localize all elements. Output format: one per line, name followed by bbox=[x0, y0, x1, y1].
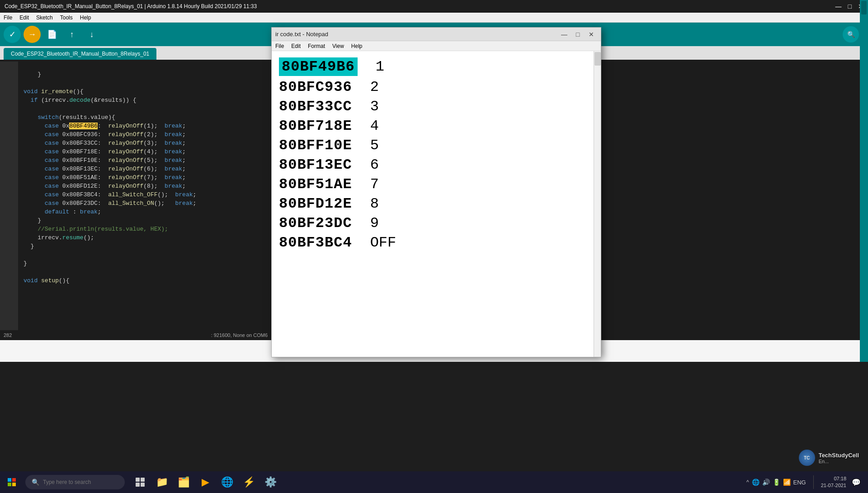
taskbar-apps: 📁 🗂️ ▶ 🌐 ⚡ ⚙️ bbox=[130, 472, 280, 492]
menu-tools[interactable]: Tools bbox=[60, 14, 73, 21]
taskbar-clock[interactable]: 07:18 21-07-2021 bbox=[821, 475, 846, 489]
clock-date: 21-07-2021 bbox=[821, 482, 846, 489]
notepad-title-bar: ir code.txt - Notepad — □ ✕ bbox=[272, 28, 601, 41]
ir-code-number: 1 bbox=[376, 58, 384, 75]
code-content: } void ir_remote(){ if (irrecv.decode(&r… bbox=[18, 62, 202, 338]
taskbar: 🔍 📁 🗂️ ▶ 🌐 ⚡ ⚙️ ^ 🌐 🔊 🔋 📶 ENG bbox=[0, 471, 868, 493]
tray-battery-icon: 🔋 bbox=[773, 479, 780, 486]
ir-code-line: 80BF51AE7 bbox=[279, 176, 585, 193]
taskbar-tray: ^ 🌐 🔊 🔋 📶 ENG 07:18 21-07-2021 💬 bbox=[741, 471, 868, 493]
ir-code-number: 2 bbox=[370, 79, 379, 95]
maximize-icon[interactable]: □ bbox=[848, 3, 852, 10]
ir-code-value: 80BF13EC bbox=[279, 156, 352, 173]
new-button[interactable]: 📄 bbox=[43, 26, 61, 43]
search-input[interactable] bbox=[43, 479, 115, 485]
notepad-content[interactable]: 80BF49B6180BFC936280BF33CC380BF718E480BF… bbox=[272, 51, 601, 357]
ir-code-value: 80BF49B6 bbox=[279, 57, 358, 76]
svg-rect-6 bbox=[136, 483, 140, 487]
verify-button[interactable]: ✓ bbox=[4, 26, 21, 43]
ir-code-value: 80BF33CC bbox=[279, 98, 352, 115]
tray-keyboard-icon: ENG bbox=[793, 479, 806, 486]
start-button[interactable] bbox=[0, 471, 24, 493]
arduino-menubar: File Edit Sketch Tools Help bbox=[0, 13, 868, 23]
ir-code-line: 80BF718E4 bbox=[279, 118, 585, 134]
ir-code-line: 80BF49B61 bbox=[279, 57, 585, 76]
ir-code-line: 80BFD12E8 bbox=[279, 195, 585, 212]
taskbar-search[interactable]: 🔍 bbox=[25, 475, 125, 489]
notepad-maximize-button[interactable]: □ bbox=[572, 29, 584, 39]
ir-code-line: 80BFC9362 bbox=[279, 79, 585, 95]
upload-button[interactable]: → bbox=[24, 26, 41, 43]
port-info: : 921600, None on COM6 bbox=[211, 332, 268, 338]
taskbar-app-browser[interactable]: 🌐 bbox=[217, 472, 237, 492]
open-button[interactable]: ↑ bbox=[63, 26, 80, 43]
ir-code-list: 80BF49B6180BFC936280BF33CC380BF718E480BF… bbox=[279, 57, 594, 251]
search-icon: 🔍 bbox=[32, 479, 39, 486]
taskbar-app-arduino[interactable]: ⚙️ bbox=[260, 472, 280, 492]
tray-audio-icon: 🔊 bbox=[762, 479, 770, 486]
ir-code-number: 8 bbox=[370, 195, 379, 212]
notepad-title: ir code.txt - Notepad bbox=[275, 31, 328, 38]
ir-code-line: 80BF3BC4OFF bbox=[279, 234, 585, 251]
ir-code-number: 3 bbox=[370, 98, 379, 115]
menu-sketch[interactable]: Sketch bbox=[36, 14, 53, 21]
notepad-scroll-thumb[interactable] bbox=[594, 52, 601, 66]
svg-rect-7 bbox=[141, 483, 145, 487]
serial-monitor-button[interactable]: 🔍 bbox=[843, 26, 859, 43]
notepad-close-button[interactable]: ✕ bbox=[585, 29, 597, 39]
tray-divider bbox=[813, 475, 814, 489]
ir-code-value: 80BFC936 bbox=[279, 79, 352, 95]
svg-rect-2 bbox=[8, 483, 11, 486]
ir-code-value: 80BF718E bbox=[279, 118, 352, 134]
notepad-menu-edit[interactable]: Edit bbox=[291, 43, 301, 49]
watermark-sub: En... bbox=[819, 459, 859, 464]
ir-code-number: 4 bbox=[370, 118, 379, 134]
watermark-channel: TechStudyCell bbox=[819, 452, 859, 459]
taskbar-app-vlc[interactable]: ▶ bbox=[195, 472, 215, 492]
taskbar-app-explorer[interactable]: 📁 bbox=[152, 472, 172, 492]
menu-file[interactable]: File bbox=[4, 14, 12, 21]
taskbar-app-files[interactable]: 🗂️ bbox=[174, 472, 193, 492]
svg-rect-3 bbox=[12, 483, 16, 486]
ir-code-line: 80BFF10E5 bbox=[279, 137, 585, 154]
watermark-logo: TC bbox=[799, 450, 815, 466]
ir-code-number: 9 bbox=[370, 215, 379, 232]
notification-button[interactable]: 💬 bbox=[850, 476, 863, 488]
svg-rect-5 bbox=[141, 478, 145, 482]
tray-network-icon: 🌐 bbox=[752, 479, 760, 486]
ir-code-value: 80BFF10E bbox=[279, 137, 352, 154]
ir-code-value: 80BFD12E bbox=[279, 195, 352, 212]
arduino-title-bar: Code_ESP32_Bluetooth_IR_Manual_Button_8R… bbox=[0, 0, 868, 13]
tray-chevron[interactable]: ^ bbox=[746, 479, 749, 485]
minimize-icon[interactable]: — bbox=[835, 3, 842, 10]
taskbar-app-taskview[interactable] bbox=[130, 472, 150, 492]
arduino-right-scrollbar bbox=[860, 60, 868, 340]
ir-code-number: 7 bbox=[370, 176, 379, 193]
notepad-scrollbar[interactable] bbox=[594, 51, 601, 357]
clock-time: 07:18 bbox=[834, 475, 846, 482]
notepad-minimize-button[interactable]: — bbox=[558, 29, 570, 39]
notepad-menubar: File Edit Format View Help bbox=[272, 41, 601, 51]
window-controls: — □ ✕ bbox=[835, 3, 863, 10]
watermark: TC TechStudyCell En... bbox=[799, 450, 859, 466]
save-button[interactable]: ↓ bbox=[83, 26, 100, 43]
notepad-menu-file[interactable]: File bbox=[275, 43, 284, 49]
menu-edit[interactable]: Edit bbox=[19, 14, 29, 21]
taskbar-app-filezilla[interactable]: ⚡ bbox=[239, 472, 259, 492]
notepad-window: ir code.txt - Notepad — □ ✕ File Edit Fo… bbox=[271, 27, 601, 357]
menu-help[interactable]: Help bbox=[80, 14, 91, 21]
ir-code-number: OFF bbox=[370, 234, 396, 251]
notepad-window-controls: — □ ✕ bbox=[558, 29, 597, 39]
line-numbers bbox=[0, 62, 18, 338]
notepad-menu-format[interactable]: Format bbox=[308, 43, 325, 49]
ir-code-value: 80BF51AE bbox=[279, 176, 352, 193]
ir-code-line: 80BF13EC6 bbox=[279, 156, 585, 173]
tray-icons: ^ 🌐 🔊 🔋 📶 ENG bbox=[746, 479, 806, 486]
ir-code-line: 80BF23DC9 bbox=[279, 215, 585, 232]
notepad-menu-view[interactable]: View bbox=[332, 43, 344, 49]
tray-wifi-icon: 📶 bbox=[783, 479, 791, 486]
arduino-status-bar: 282 : 921600, None on COM6 bbox=[0, 330, 271, 340]
svg-rect-1 bbox=[12, 478, 16, 482]
notepad-menu-help[interactable]: Help bbox=[351, 43, 363, 49]
code-tab[interactable]: Code_ESP32_Bluetooth_IR_Manual_Button_8R… bbox=[4, 48, 156, 60]
